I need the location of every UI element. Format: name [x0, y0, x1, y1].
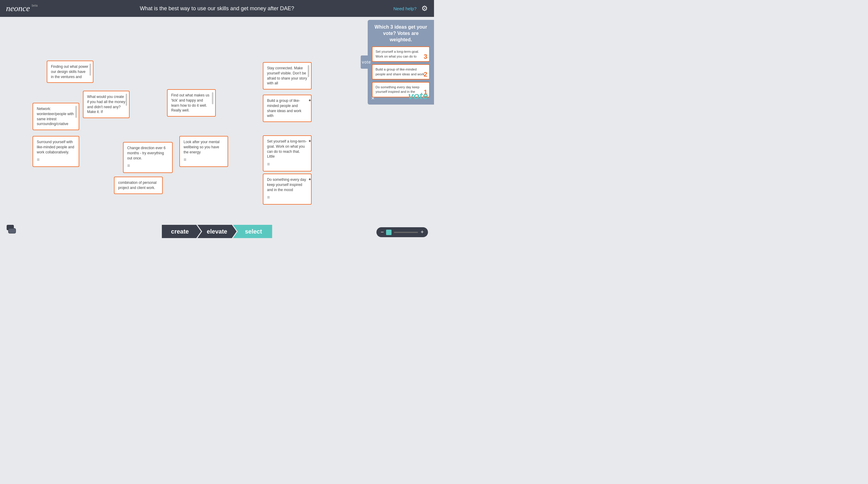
card-card2[interactable]: What would you create if you had all the…: [83, 91, 130, 118]
card-card11[interactable]: Set yourself a long-term-goal. Work on w…: [263, 135, 312, 172]
zoom-bar[interactable]: [394, 232, 418, 233]
svg-rect-2: [8, 229, 16, 233]
bottom-toolbar: create elevate select − +: [0, 221, 434, 242]
card-scrollbar[interactable]: [308, 65, 309, 77]
header: neonce beta What is the best way to use …: [0, 0, 434, 17]
card-text-card2: What would you create if you had all the…: [87, 95, 125, 114]
vote-close-button[interactable]: ×: [371, 95, 375, 101]
vote-panel-title: Which 3 ideas get your vote? Votes are w…: [372, 24, 430, 43]
card-wing-icon: ✦: [308, 177, 312, 183]
zoom-plus-button[interactable]: +: [421, 229, 424, 235]
card-card12[interactable]: Do something every day keep yourself ins…: [263, 174, 312, 205]
card-wing-icon: ✦: [308, 98, 312, 104]
need-help-link[interactable]: Need help?: [393, 6, 416, 11]
card-text-card3: Network: wonlenteer/people with same int…: [37, 107, 74, 126]
card-card3[interactable]: Network: wonlenteer/people with same int…: [33, 103, 79, 130]
card-lines-icon: ≡: [267, 194, 307, 201]
zoom-minus-button[interactable]: −: [381, 229, 384, 235]
card-card9[interactable]: Stay connected. Make yourself visible. D…: [263, 62, 312, 90]
card-card8[interactable]: combination of personal project and clie…: [114, 177, 163, 194]
card-text-card4: Find out what makes us 'tick' and happy …: [171, 93, 210, 113]
card-scrollbar[interactable]: [126, 94, 127, 106]
zoom-control: − +: [376, 227, 428, 237]
card-text-card8: combination of personal project and clie…: [118, 181, 156, 190]
card-text-card10: Build a group of like-minded people and …: [267, 98, 301, 118]
card-card1[interactable]: Finding out what power our design skills…: [47, 61, 93, 83]
tab-select-button[interactable]: select: [233, 225, 272, 238]
card-scrollbar[interactable]: [212, 92, 213, 104]
logo: neonce beta: [6, 4, 38, 13]
card-lines-icon: ≡: [184, 156, 224, 163]
tab-elevate-button[interactable]: elevate: [197, 225, 237, 238]
vote-submit-button[interactable]: vote: [408, 90, 428, 101]
vote-rank-2: 2: [424, 71, 427, 78]
card-card4[interactable]: Find out what makes us 'tick' and happy …: [167, 89, 216, 117]
card-scrollbar[interactable]: [90, 64, 91, 75]
card-text-card9: Stay connected. Make yourself visible. D…: [267, 66, 307, 85]
logo-beta: beta: [32, 4, 37, 7]
chat-icon[interactable]: [6, 224, 17, 237]
card-text-card1: Finding out what power our design skills…: [51, 64, 88, 79]
card-text-card12: Do something every day keep yourself ins…: [267, 178, 306, 192]
card-text-card5: Surround yourself with like-minded peopl…: [37, 140, 74, 154]
card-scrollbar[interactable]: [75, 106, 77, 118]
vote-tab: vote: [361, 56, 372, 69]
card-card10[interactable]: Build a group of like-minded people and …: [263, 95, 312, 122]
vote-item-text-1: Set yourself a long-term-goal. Work on w…: [375, 50, 419, 58]
vote-panel: vote Which 3 ideas get your vote? Votes …: [368, 20, 434, 104]
card-card6[interactable]: Change direction ever 6 months - try eve…: [123, 142, 173, 173]
header-title: What is the best way to use our skills a…: [140, 5, 294, 12]
card-wing-icon: ✦: [308, 138, 312, 144]
vote-item-text-2: Build a group of like-minded people and …: [375, 67, 424, 75]
vote-item-2[interactable]: Build a group of like-minded people and …: [372, 64, 430, 80]
card-card5[interactable]: Surround yourself with like-minded peopl…: [33, 136, 79, 167]
card-lines-icon: ≡: [37, 156, 75, 163]
card-lines-icon: ≡: [267, 161, 307, 168]
card-text-card11: Set yourself a long-term-goal. Work on w…: [267, 139, 307, 158]
tab-create-button[interactable]: create: [162, 225, 201, 238]
logo-text: neonce: [6, 4, 30, 13]
card-lines-icon: ≡: [127, 162, 168, 169]
canvas-area: vote Which 3 ideas get your vote? Votes …: [0, 17, 434, 221]
vote-item-1[interactable]: Set yourself a long-term-goal. Work on w…: [372, 47, 430, 62]
settings-icon[interactable]: ⚙: [421, 4, 428, 13]
card-text-card6: Change direction ever 6 months - try eve…: [127, 146, 165, 160]
zoom-indicator: [386, 230, 392, 235]
card-card7[interactable]: Look after your mental wellbeing so you …: [179, 136, 228, 167]
vote-rank-1: 3: [424, 53, 427, 60]
card-text-card7: Look after your mental wellbeing so you …: [184, 140, 219, 154]
header-right: Need help? ⚙: [393, 4, 428, 13]
